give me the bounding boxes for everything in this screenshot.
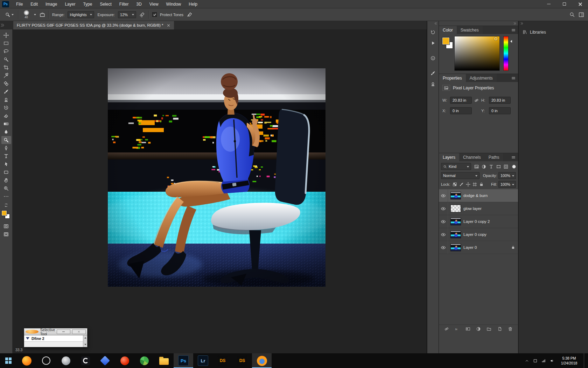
scroll-down-icon[interactable] [83, 343, 87, 347]
layer-thumbnail[interactable] [450, 205, 461, 212]
expand-panels-icon[interactable] [434, 22, 438, 25]
clone-source-panel-icon[interactable] [428, 80, 438, 89]
minimize-selective-tool-button[interactable] [57, 329, 70, 334]
constrain-proportions-icon[interactable] [474, 98, 479, 103]
info-panel-icon[interactable] [428, 54, 438, 63]
taskbar-app-blue-gem[interactable] [95, 353, 115, 368]
taskbar-app-green[interactable] [134, 353, 154, 368]
show-desktop-button[interactable] [584, 353, 586, 368]
type-filter-icon[interactable] [488, 164, 495, 170]
hue-slider[interactable] [503, 36, 509, 71]
taskbar-app-c[interactable] [76, 353, 95, 368]
path-selection-tool[interactable] [1, 160, 11, 168]
photoshop-app-icon[interactable]: Ps [2, 1, 9, 7]
height-field[interactable]: 20.83 in [489, 97, 511, 104]
collapse-libraries-icon[interactable] [520, 22, 524, 25]
new-layer-icon[interactable] [497, 326, 503, 332]
taskbar-daz-studio[interactable]: DS [213, 353, 232, 368]
ellipsis-tool[interactable] [1, 192, 11, 200]
volume-icon[interactable] [550, 359, 554, 363]
tool-preset-picker[interactable] [4, 11, 15, 18]
layer-thumbnail[interactable] [450, 244, 461, 251]
width-field[interactable]: 20.83 in [450, 97, 472, 104]
blend-mode-dropdown[interactable]: Normal [441, 172, 479, 179]
close-button[interactable] [572, 0, 588, 8]
tab-adjustments[interactable]: Adjustments [466, 74, 497, 82]
y-field[interactable]: 0 in [489, 107, 511, 114]
pen-tool[interactable] [1, 144, 11, 152]
gradient-tool[interactable] [1, 120, 11, 128]
menu-edit[interactable]: Edit [27, 0, 42, 8]
taskbar-lightroom[interactable]: Lr [193, 353, 213, 368]
shape-filter-icon[interactable] [495, 164, 502, 170]
tray-app-icon[interactable] [533, 359, 538, 363]
history-panel-icon[interactable] [428, 28, 438, 37]
panel-menu-icon[interactable] [511, 28, 516, 33]
toggle-brush-panel-icon[interactable] [39, 12, 46, 18]
workspace-switcher-icon[interactable] [578, 12, 584, 18]
layer-visibility-toggle[interactable] [439, 241, 448, 254]
brush-tool[interactable] [1, 88, 11, 96]
pixel-filter-icon[interactable] [473, 164, 480, 170]
layer-row[interactable]: Layer 0 copy 2 [439, 215, 518, 228]
layer-row[interactable]: glow layer [439, 202, 518, 215]
menu-view[interactable]: View [146, 0, 162, 8]
menu-file[interactable]: File [12, 0, 27, 8]
menu-filter[interactable]: Filter [115, 0, 133, 8]
clone-stamp-tool[interactable] [1, 96, 11, 104]
restore-button[interactable] [556, 0, 572, 8]
foreground-background-colors[interactable] [1, 210, 12, 220]
shape-tool[interactable] [1, 168, 11, 176]
collapse-panels-icon[interactable] [513, 22, 517, 25]
layer-row[interactable]: dodge & burn [439, 189, 518, 202]
zoom-status-field[interactable]: 33.3 [15, 348, 22, 352]
layer-row[interactable]: Layer 0 copy [439, 228, 518, 241]
dfine-item[interactable]: Dfine 2 [24, 335, 83, 342]
menu-image[interactable]: Image [42, 0, 61, 8]
delete-layer-icon[interactable] [507, 326, 513, 332]
taskbar-app-browser-orange[interactable] [17, 353, 36, 368]
layer-effects-icon[interactable]: fx [454, 326, 460, 332]
pen-pressure-icon[interactable] [187, 12, 193, 18]
layer-visibility-toggle[interactable] [439, 189, 448, 202]
menu-type[interactable]: Type [79, 0, 96, 8]
taskbar-photoshop[interactable]: Ps [174, 353, 193, 368]
close-selective-tool-button[interactable] [72, 329, 86, 334]
airbrush-icon[interactable] [139, 12, 146, 18]
tab-overflow-icon[interactable] [0, 21, 5, 29]
link-layers-icon[interactable] [444, 326, 449, 332]
layer-visibility-toggle[interactable] [439, 215, 448, 228]
range-dropdown[interactable]: Highlights [68, 11, 94, 18]
network-icon[interactable] [541, 359, 546, 363]
selective-tool-scrollbar[interactable] [83, 335, 87, 347]
dodge-tool[interactable] [1, 136, 11, 144]
menu-layer[interactable]: Layer [61, 0, 79, 8]
menu-window[interactable]: Window [162, 0, 185, 8]
eraser-tool[interactable] [1, 112, 11, 120]
layer-thumbnail[interactable] [450, 231, 461, 238]
search-icon[interactable] [569, 12, 575, 18]
filter-kind-dropdown[interactable]: Kind [441, 163, 471, 170]
lock-pixels-icon[interactable] [459, 182, 464, 187]
protect-tones-checkbox[interactable] [152, 12, 157, 17]
taskbar-app-gray[interactable] [56, 353, 76, 368]
foreground-background-colors[interactable] [442, 37, 454, 50]
tray-overflow-icon[interactable] [525, 359, 529, 363]
swap-colors-icon[interactable] [4, 203, 9, 208]
color-picker-marker[interactable] [494, 37, 497, 40]
layer-mask-icon[interactable] [465, 326, 471, 332]
menu-3d[interactable]: 3D [132, 0, 145, 8]
canvas-area[interactable]: 33.3 [13, 29, 426, 353]
quick-mask-button[interactable] [1, 222, 11, 230]
move-tool[interactable] [1, 31, 11, 39]
filtering-toggle[interactable] [512, 165, 516, 169]
crop-tool[interactable] [1, 63, 11, 71]
type-tool[interactable] [1, 152, 11, 160]
adjustment-filter-icon[interactable] [481, 164, 487, 170]
layer-visibility-toggle[interactable] [439, 202, 448, 215]
scroll-up-icon[interactable] [83, 335, 87, 339]
opacity-dropdown[interactable]: 100% [498, 172, 516, 179]
eyedropper-tool[interactable] [1, 71, 11, 80]
marquee-tool[interactable] [1, 39, 11, 47]
fill-dropdown[interactable]: 100% [498, 181, 516, 188]
